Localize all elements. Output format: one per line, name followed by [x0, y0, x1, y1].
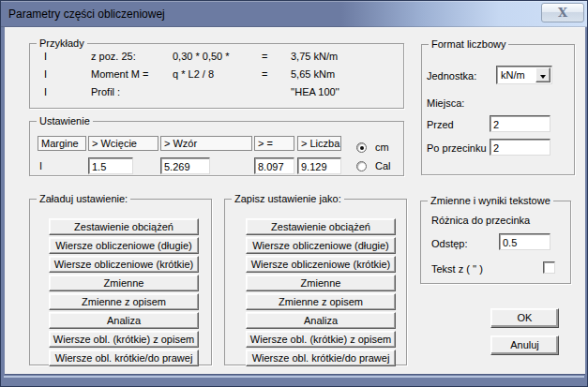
close-button[interactable]: X — [541, 3, 584, 22]
save-zestawienie-obciazen-button[interactable]: Zestawienie obciążeń — [246, 218, 396, 235]
tekst-z-checkbox[interactable] — [543, 261, 555, 274]
example-row-eq: = — [262, 68, 267, 81]
miejsca-label: Miejsca: — [427, 97, 464, 110]
example-row-value: 3,75 kN/m — [291, 51, 338, 63]
window-title: Parametry części obliczeniowej — [8, 7, 165, 21]
group-ustawienie-label: Ustawienie — [37, 115, 93, 127]
group-ustawienie: Ustawienie Margine > Wcięcie > Wzór > = … — [29, 121, 404, 176]
ok-button[interactable]: OK — [490, 308, 559, 328]
column-header-margines: Margine — [38, 136, 86, 151]
example-row-marker: I — [44, 51, 47, 63]
roznica-label: Różnica do przecinka — [431, 215, 530, 227]
titlebar[interactable]: Parametry części obliczeniowej X — [1, 1, 587, 27]
load-wiersze-krotkie-do-prawej-button[interactable]: Wiersze obl. krótkie/do prawej — [49, 350, 199, 366]
example-row-name: Moment M = — [91, 68, 148, 81]
frame-bottom-highlight — [4, 376, 584, 378]
load-wiersze-dlugie-button[interactable]: Wiersze obliczeniowe (długie) — [49, 237, 199, 254]
po-przecinku-input[interactable] — [490, 139, 550, 156]
jednostka-dropdown[interactable]: kN/m — [496, 66, 552, 84]
group-zmienne-wyniki: Zmienne i wyniki tekstowe Różnica do prz… — [420, 201, 571, 284]
load-zmienne-button[interactable]: Zmienne — [49, 275, 199, 291]
save-zmienne-z-opisem-button[interactable]: Zmienne z opisem — [246, 293, 396, 310]
rownasie-input[interactable] — [254, 157, 294, 174]
example-row-eq: = — [262, 51, 267, 63]
column-header-liczba: > Liczba — [297, 136, 341, 151]
example-row-formula: 0,30 * 0,50 * — [173, 51, 230, 63]
group-zaladuj-label: Załaduj ustawienie: — [37, 193, 130, 205]
save-zmienne-button[interactable]: Zmienne — [246, 275, 396, 291]
wzor-input[interactable] — [160, 157, 210, 174]
anuluj-button[interactable]: Anuluj — [490, 335, 559, 355]
group-przyklady-label: Przykłady — [37, 37, 87, 50]
group-przyklady: Przykłady I z poz. 25: 0,30 * 0,50 * = 3… — [29, 43, 404, 109]
tekst-z-label: Tekst z ( '' ) — [431, 263, 483, 275]
load-wiersze-krotkie-button[interactable]: Wiersze obliczeniowe (krótkie) — [49, 256, 199, 273]
odstep-label: Odstęp: — [431, 238, 468, 250]
po-przecinku-label: Po przecinku — [427, 142, 487, 155]
jednostka-label: Jednostka: — [427, 70, 476, 82]
dialog-client-area: Przykłady I z poz. 25: 0,30 * 0,50 * = 3… — [5, 27, 585, 374]
save-wiersze-krotkie-do-prawej-button[interactable]: Wiersze obl. krótkie/do prawej — [246, 350, 396, 366]
jednostka-selected-value: kN/m — [501, 69, 525, 82]
save-analiza-button[interactable]: Analiza — [246, 312, 396, 329]
example-row-value: ''HEA 100'' — [291, 86, 339, 98]
radio-cm-label[interactable]: cm — [375, 141, 389, 154]
save-wiersze-krotkie-z-opisem-button[interactable]: Wiersze obl. (krótkie) z opisem — [246, 331, 396, 348]
group-zmienne-label: Zmienne i wyniki tekstowe — [428, 195, 553, 207]
group-format-liczbowy: Format liczbowy Jednostka: kN/m Miejsca:… — [421, 44, 575, 175]
example-row-formula: q * L2 / 8 — [173, 68, 214, 81]
radio-cm[interactable] — [356, 142, 367, 153]
przed-input[interactable] — [490, 115, 550, 132]
group-zapisz-ustawienie: Zapisz ustawienie jako: Zestawienie obci… — [224, 199, 407, 365]
load-analiza-button[interactable]: Analiza — [49, 312, 199, 329]
group-zaladuj-ustawienie: Załaduj ustawienie: Zestawienie obciążeń… — [29, 199, 212, 365]
load-zestawienie-obciazen-button[interactable]: Zestawienie obciążeń — [49, 218, 199, 235]
example-row-name: Profil : — [91, 86, 120, 98]
wciecie-input[interactable] — [88, 157, 133, 174]
dialog-window: Parametry części obliczeniowej X Przykła… — [0, 0, 588, 387]
save-wiersze-krotkie-button[interactable]: Wiersze obliczeniowe (krótkie) — [246, 256, 396, 273]
liczba-input[interactable] — [297, 157, 341, 174]
radio-cal[interactable] — [356, 161, 367, 171]
example-row-value: 5,65 kNm — [291, 68, 335, 81]
odstep-input[interactable] — [499, 233, 550, 250]
row-marker: I — [39, 160, 42, 172]
load-zmienne-z-opisem-button[interactable]: Zmienne z opisem — [49, 293, 199, 310]
example-row-marker: I — [44, 86, 47, 98]
close-icon: X — [558, 6, 567, 20]
column-header-wciecie: > Wcięcie — [88, 136, 158, 151]
group-format-label: Format liczbowy — [429, 38, 508, 51]
column-header-rownasie: > = — [254, 136, 294, 151]
example-row-name: z poz. 25: — [91, 51, 136, 63]
example-row-marker: I — [44, 68, 47, 81]
save-wiersze-dlugie-button[interactable]: Wiersze obliczeniowe (długie) — [246, 237, 396, 254]
column-header-wzor: > Wzór — [160, 136, 252, 151]
group-zapisz-label: Zapisz ustawienie jako: — [232, 193, 344, 205]
jednostka-dropdown-button[interactable] — [535, 67, 550, 82]
chevron-down-icon — [540, 75, 546, 79]
load-wiersze-krotkie-z-opisem-button[interactable]: Wiersze obl. (krótkie) z opisem — [49, 331, 199, 348]
radio-cal-label[interactable]: Cal — [375, 160, 391, 172]
przed-label: Przed — [427, 119, 454, 131]
